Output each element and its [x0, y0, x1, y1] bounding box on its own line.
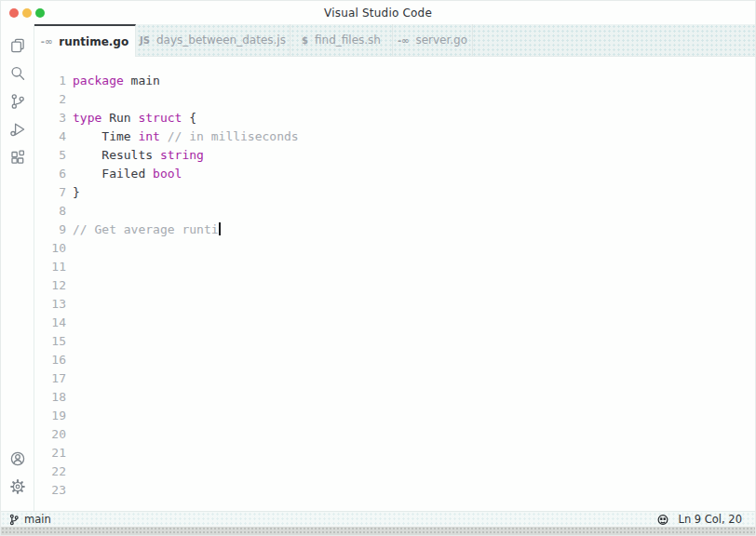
code-line[interactable]: 12 — [34, 276, 755, 295]
go-icon: -∞ — [398, 35, 409, 46]
line-number[interactable]: 20 — [34, 425, 66, 444]
search-icon[interactable] — [4, 60, 32, 87]
window-title: Visual Studio Code — [324, 7, 432, 20]
code-line[interactable]: 4 Time int // in milliseconds — [34, 127, 755, 146]
code-line[interactable]: 19 — [34, 407, 755, 425]
window-bottom-edge — [1, 527, 755, 535]
zoom-window-button[interactable] — [35, 8, 45, 18]
line-number[interactable]: 19 — [34, 407, 66, 425]
cursor-position[interactable]: Ln 9 Col, 20 — [678, 513, 742, 526]
branch-name: main — [24, 513, 51, 526]
code-line[interactable]: 3type Run struct { — [34, 109, 755, 127]
code-line[interactable]: 20 — [34, 425, 755, 444]
code-text: } — [73, 185, 80, 199]
line-number[interactable]: 12 — [34, 276, 66, 295]
code-line[interactable]: 1package main — [34, 72, 755, 90]
shell-icon: $ — [302, 35, 308, 46]
minimize-window-button[interactable] — [22, 8, 32, 18]
tab-days-between-dates-js[interactable]: JS days_between_dates.js — [136, 24, 290, 56]
code-line[interactable]: 5 Results string — [34, 146, 755, 165]
code-line[interactable]: 7} — [34, 183, 755, 202]
code-text: Failed bool — [73, 167, 182, 181]
code-line[interactable]: 17 — [34, 369, 755, 388]
tab-label: server.go — [415, 34, 467, 47]
code-line[interactable]: 23 — [34, 481, 755, 500]
line-number[interactable]: 17 — [34, 369, 66, 388]
line-number[interactable]: 8 — [34, 202, 66, 221]
code-line[interactable]: 18 — [34, 388, 755, 407]
text-cursor — [219, 222, 221, 235]
traffic-lights — [9, 1, 45, 24]
tab-label: runtime.go — [59, 35, 128, 48]
code-text: Results string — [73, 148, 204, 162]
source-control-icon[interactable] — [4, 87, 32, 115]
javascript-icon: JS — [140, 35, 150, 46]
code-line[interactable]: 14 — [34, 314, 755, 332]
settings-gear-icon[interactable] — [4, 473, 32, 501]
code-line[interactable]: 21 — [34, 444, 755, 462]
account-icon[interactable] — [4, 445, 32, 473]
close-window-button[interactable] — [9, 8, 19, 18]
title-bar: Visual Studio Code — [1, 1, 755, 24]
tab-label: days_between_dates.js — [156, 34, 286, 47]
code-line[interactable]: 11 — [34, 258, 755, 276]
code-line[interactable]: 13 — [34, 295, 755, 314]
code-line[interactable]: 9// Get average runti — [34, 221, 755, 239]
line-number[interactable]: 1 — [34, 72, 66, 90]
code-line[interactable]: 15 — [34, 332, 755, 351]
code-text: package main — [73, 74, 160, 87]
branch-icon — [8, 514, 20, 526]
tab-label: find_files.sh — [315, 34, 381, 47]
run-and-debug-icon[interactable] — [4, 115, 32, 143]
code-text: type Run struct { — [73, 111, 196, 125]
line-number[interactable]: 15 — [34, 332, 66, 351]
line-number[interactable]: 7 — [34, 183, 66, 202]
line-number[interactable]: 11 — [34, 258, 66, 276]
activity-bar — [1, 24, 34, 511]
line-number[interactable]: 5 — [34, 146, 66, 165]
code-line[interactable]: 2 — [34, 90, 755, 109]
tab-runtime-go[interactable]: -∞ runtime.go — [34, 24, 136, 57]
vscode-window: Visual Studio Code — [0, 0, 756, 536]
line-number[interactable]: 3 — [34, 109, 66, 127]
line-number[interactable]: 22 — [34, 462, 66, 481]
line-number[interactable]: 9 — [34, 221, 66, 239]
line-number[interactable]: 10 — [34, 239, 66, 258]
code-line[interactable]: 22 — [34, 462, 755, 481]
tab-find-files-sh[interactable]: $ find_files.sh — [290, 24, 393, 56]
line-number[interactable]: 23 — [34, 481, 66, 500]
status-bar: main Ln 9 Col, 20 — [1, 511, 755, 527]
line-number[interactable]: 4 — [34, 127, 66, 146]
line-number[interactable]: 6 — [34, 165, 66, 183]
branch-indicator[interactable]: main — [8, 513, 51, 526]
explorer-icon[interactable] — [4, 32, 32, 60]
code-line[interactable]: 16 — [34, 351, 755, 369]
line-number[interactable]: 16 — [34, 351, 66, 369]
code-line[interactable]: 10 — [34, 239, 755, 258]
tab-server-go[interactable]: -∞ server.go — [393, 24, 473, 56]
line-number[interactable]: 18 — [34, 388, 66, 407]
extensions-icon[interactable] — [4, 143, 32, 171]
line-number[interactable]: 21 — [34, 444, 66, 462]
line-number[interactable]: 13 — [34, 295, 66, 314]
code-line[interactable]: 8 — [34, 202, 755, 221]
code-line[interactable]: 6 Failed bool — [34, 165, 755, 183]
tab-bar: -∞ runtime.go JS days_between_dates.js $… — [34, 24, 755, 57]
code-text: // Get average runti — [73, 222, 221, 236]
go-icon: -∞ — [41, 36, 52, 47]
line-number[interactable]: 2 — [34, 90, 66, 109]
code-text: Time int // in milliseconds — [73, 129, 299, 143]
editor-lines: 1package main23type Run struct {4 Time i… — [34, 72, 755, 500]
line-number[interactable]: 14 — [34, 314, 66, 332]
code-editor[interactable]: 1package main23type Run struct {4 Time i… — [34, 57, 755, 511]
feedback-smiley-icon[interactable] — [656, 514, 669, 526]
